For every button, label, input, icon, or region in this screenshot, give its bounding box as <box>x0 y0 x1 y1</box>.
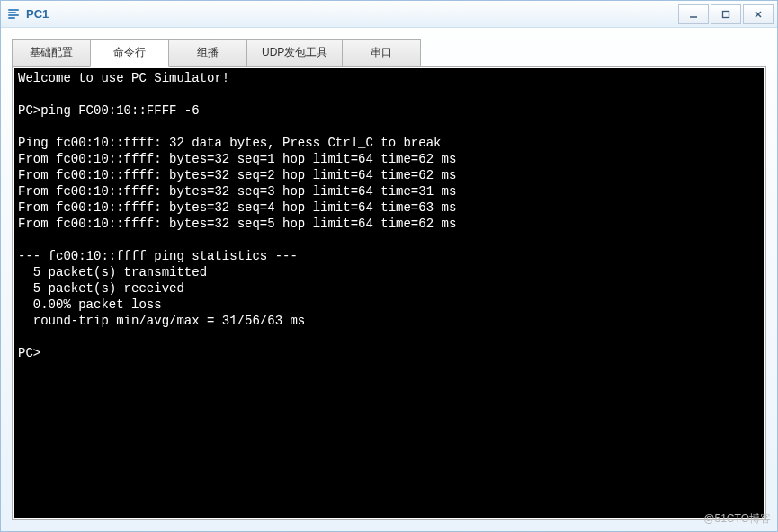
terminal-output[interactable]: Welcome to use PC Simulator! PC>ping FC0… <box>14 68 764 518</box>
minimize-button[interactable] <box>678 4 709 24</box>
tab-bar: 基础配置 命令行 组播 UDP发包工具 串口 <box>12 39 766 66</box>
tab-command-line[interactable]: 命令行 <box>90 39 169 66</box>
terminal-container: Welcome to use PC Simulator! PC>ping FC0… <box>12 66 766 520</box>
tab-serial[interactable]: 串口 <box>342 39 421 66</box>
title-left: PC1 <box>6 7 49 22</box>
app-icon <box>6 7 21 22</box>
window-controls <box>676 4 774 24</box>
close-button[interactable] <box>743 4 774 24</box>
titlebar: PC1 <box>1 1 777 28</box>
tab-multicast[interactable]: 组播 <box>168 39 247 66</box>
tab-udp-tool[interactable]: UDP发包工具 <box>246 39 343 66</box>
svg-rect-1 <box>723 11 729 17</box>
content-area: 基础配置 命令行 组播 UDP发包工具 串口 Welcome to use PC… <box>1 28 777 531</box>
tab-basic-config[interactable]: 基础配置 <box>12 39 91 66</box>
window-title: PC1 <box>26 7 49 21</box>
app-window: PC1 基础配置 命令行 组播 UDP发包工具 串口 Welcome to us… <box>0 0 778 532</box>
maximize-button[interactable] <box>711 4 741 24</box>
